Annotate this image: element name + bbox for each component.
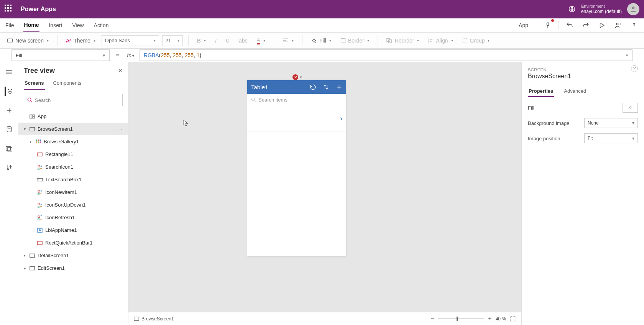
tree-node-editscreen1[interactable]: ▸ EditScreen1 [18, 262, 128, 274]
menu-home[interactable]: Home [23, 18, 40, 32]
screen-icon [7, 38, 13, 43]
advanced-tools-icon[interactable] [5, 163, 14, 172]
tree-node-iconrefresh1[interactable]: IconRefresh1 [18, 211, 128, 224]
icon-control-icon [37, 215, 43, 221]
help-icon[interactable]: ? [631, 65, 638, 72]
tree-title: Tree view [24, 67, 55, 75]
tree-search-input[interactable]: Search [24, 94, 123, 106]
theme-icon: Aᵃ [66, 38, 71, 44]
app-checker-icon[interactable] [542, 20, 553, 31]
font-color-button[interactable]: A▾ [254, 35, 268, 46]
italic-button[interactable]: I [212, 36, 220, 45]
menu-file[interactable]: File [5, 18, 15, 32]
zoom-out-button[interactable]: − [431, 315, 434, 322]
strike-button[interactable]: abc [236, 36, 251, 45]
help-icon[interactable] [629, 20, 639, 31]
section-label: SCREEN [528, 67, 638, 72]
design-canvas[interactable]: ✕ ▾ Table1 Search items › [128, 62, 521, 325]
theme-button[interactable]: Aᵃ Theme▾ [63, 36, 99, 45]
tree-app-node[interactable]: App [18, 110, 128, 123]
sort-icon[interactable] [323, 84, 329, 90]
align-button[interactable]: Align▾ [425, 36, 456, 45]
undo-icon[interactable] [564, 20, 575, 31]
underline-button[interactable]: U [223, 36, 233, 45]
ribbon-toolbar: New screen▾ Aᵃ Theme▾ Open Sans▾ 21▾ B▾ … [0, 33, 644, 49]
image-position-select[interactable]: Fit▾ [584, 133, 638, 143]
svg-rect-7 [463, 38, 467, 43]
error-indicator[interactable]: ✕ ▾ [292, 74, 302, 80]
redo-icon[interactable] [580, 20, 591, 31]
svg-rect-17 [30, 127, 34, 131]
menu-insert[interactable]: Insert [48, 18, 63, 32]
hamburger-icon[interactable] [5, 67, 14, 77]
paint-bucket-icon [311, 38, 317, 44]
tab-screens[interactable]: Screens [24, 77, 45, 90]
svg-rect-31 [38, 206, 39, 207]
tree-node-browsescreen1[interactable]: ▾ BrowseScreen1 ··· [18, 123, 128, 135]
environment-value: enayu.com (default) [581, 9, 622, 14]
media-icon[interactable] [5, 144, 14, 153]
text-align-button[interactable]: ▾ [279, 36, 297, 45]
property-selector[interactable]: Fill▾ [12, 49, 110, 61]
screen-icon [29, 265, 35, 271]
close-icon[interactable]: ✕ [118, 67, 123, 74]
app-preview[interactable]: Table1 Search items › [247, 80, 346, 256]
environment-label: Environment [581, 4, 622, 9]
environment-icon[interactable] [568, 5, 576, 13]
more-icon[interactable]: ··· [116, 126, 124, 132]
new-screen-button[interactable]: New screen▾ [4, 36, 52, 45]
svg-point-13 [28, 98, 31, 101]
app-dropdown[interactable]: App [519, 22, 528, 28]
data-icon[interactable] [5, 125, 14, 134]
environment-picker[interactable]: Environment enayu.com (default) [581, 4, 622, 15]
fit-screen-icon[interactable] [510, 316, 516, 322]
app-launcher-icon[interactable] [5, 5, 14, 14]
group-button[interactable]: Group▾ [459, 36, 493, 45]
preview-search[interactable]: Search items [247, 94, 346, 106]
tree-node-lblappname1[interactable]: LblAppName1 [18, 224, 128, 236]
search-icon [27, 97, 33, 103]
font-name-select[interactable]: Open Sans▾ [102, 35, 159, 46]
rectangle-icon [37, 240, 43, 246]
tree-node-rectquickactionbar1[interactable]: RectQuickActionBar1 [18, 236, 128, 249]
tab-advanced[interactable]: Advanced [563, 86, 587, 97]
tree-node-rectangle11[interactable]: Rectangle11 [18, 148, 128, 161]
tree-node-iconsortupdown1[interactable]: IconSortUpDown1 [18, 199, 128, 211]
tree-view-icon[interactable] [5, 87, 14, 96]
tree-view-panel: Tree view ✕ Screens Components Search Ap… [18, 62, 128, 325]
tree-node-searchicon1[interactable]: SearchIcon1 [18, 161, 128, 173]
bold-button[interactable]: B▾ [194, 36, 209, 45]
border-button[interactable]: Border▾ [337, 36, 372, 45]
fill-color-picker[interactable] [623, 103, 638, 113]
font-size-select[interactable]: 21▾ [162, 35, 183, 46]
refresh-icon[interactable] [310, 84, 316, 90]
fx-icon[interactable]: fx ▾ [125, 52, 136, 58]
menu-view[interactable]: View [71, 18, 84, 32]
titlebar: Power Apps Environment enayu.com (defaul… [0, 0, 644, 18]
svg-rect-14 [30, 115, 32, 118]
insert-icon[interactable] [5, 106, 14, 115]
play-icon[interactable] [596, 20, 607, 31]
svg-point-38 [251, 98, 255, 101]
label-icon [37, 227, 43, 233]
tree-node-iconnewitem1[interactable]: IconNewItem1 [18, 186, 128, 199]
tree-node-browsegallery1[interactable]: ▸ BrowseGallery1 [18, 135, 128, 148]
tree-node-detailscreen1[interactable]: ▸ DetailScreen1 [18, 249, 128, 262]
bg-image-select[interactable]: None▾ [584, 118, 638, 128]
zoom-in-button[interactable]: + [488, 315, 491, 322]
fill-button[interactable]: Fill▾ [308, 36, 334, 45]
svg-rect-22 [38, 141, 39, 143]
tab-components[interactable]: Components [53, 77, 82, 90]
tab-properties[interactable]: Properties [528, 86, 554, 97]
reorder-button[interactable]: Reorder▾ [383, 36, 422, 45]
preview-list-item[interactable]: › [247, 106, 346, 131]
formula-expand-icon[interactable]: ▾ [626, 53, 628, 58]
formula-input[interactable]: RGBA(255, 255, 255, 1) ▾ [140, 49, 632, 61]
add-icon[interactable] [336, 84, 342, 90]
status-screen-name: BrowseScreen1 [141, 316, 174, 322]
menu-action[interactable]: Action [93, 18, 110, 32]
share-icon[interactable] [613, 20, 623, 31]
tree-node-textsearchbox1[interactable]: TextSearchBox1 [18, 173, 128, 186]
zoom-slider[interactable] [438, 318, 484, 319]
user-avatar[interactable] [627, 3, 639, 15]
